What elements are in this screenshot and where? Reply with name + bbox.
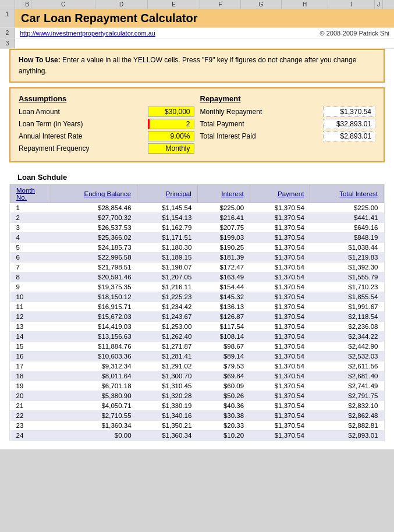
assumption-value-1[interactable]: 2 — [148, 119, 194, 129]
table-cell: $20.33 — [197, 421, 250, 431]
table-cell: $5,380.90 — [51, 391, 137, 401]
table-cell: $117.54 — [197, 322, 250, 332]
table-cell: $1,392.30 — [310, 263, 384, 272]
table-cell: $1,370.54 — [250, 431, 310, 441]
table-cell: $649.16 — [310, 223, 384, 233]
assumption-label-0: Loan Amount — [19, 108, 60, 116]
table-cell: $1,271.87 — [137, 342, 198, 352]
assumption-row-0: Loan Amount $30,000 — [19, 107, 194, 117]
table-cell: $16,915.71 — [51, 302, 137, 312]
table-cell: $1,370.54 — [250, 282, 310, 292]
assumption-value-2[interactable]: 9.00% — [148, 131, 194, 141]
table-cell: $1,350.21 — [137, 421, 198, 431]
table-cell: $9,312.34 — [51, 361, 137, 371]
table-cell: $27,700.32 — [51, 213, 137, 223]
table-cell: $2,236.08 — [310, 322, 384, 332]
table-row: 21$4,050.71$1,330.19$40.36$1,370.54$2,83… — [10, 401, 384, 411]
table-cell: $1,180.30 — [137, 243, 198, 253]
table-cell: $2,118.54 — [310, 312, 384, 322]
table-cell: $28,854.46 — [51, 203, 137, 213]
table-cell: $2,442.90 — [310, 342, 384, 352]
row-num-3: 3 — [0, 38, 15, 48]
copyright-text: © 2008-2009 Patrick Shi — [320, 30, 389, 37]
repayment-row-0: Monthly Repayment $1,370.54 — [200, 107, 376, 117]
howto-box: How To Use: Enter a value in all the YEL… — [9, 49, 385, 83]
table-cell: 23 — [10, 421, 51, 431]
repayment-value-0: $1,370.54 — [323, 107, 375, 117]
table-cell: $1,145.54 — [137, 203, 198, 213]
table-cell: $98.67 — [197, 342, 250, 352]
table-cell: $20,591.46 — [51, 272, 137, 282]
table-cell: $1,330.19 — [137, 401, 198, 411]
table-cell: $1,370.54 — [250, 292, 310, 302]
table-cell: $2,893.01 — [310, 431, 384, 441]
table-cell: $2,882.81 — [310, 421, 384, 431]
bottom-spacer — [0, 442, 394, 449]
table-cell: 1 — [10, 203, 51, 213]
table-cell: 5 — [10, 243, 51, 253]
table-cell: $1,225.23 — [137, 292, 198, 302]
row-num-1: 1 — [0, 9, 15, 27]
table-row: 15$11,884.76$1,271.87$98.67$1,370.54$2,4… — [10, 342, 384, 352]
table-cell: $89.14 — [197, 352, 250, 361]
table-cell: $126.87 — [197, 312, 250, 322]
table-cell: $1,253.00 — [137, 322, 198, 332]
schedule-header-row: Month No. Ending Balance Principal Inter… — [10, 185, 384, 203]
table-cell: $216.41 — [197, 213, 250, 223]
table-cell: $225.00 — [310, 203, 384, 213]
table-cell: 12 — [10, 312, 51, 322]
table-cell: $1,370.54 — [250, 332, 310, 342]
table-cell: $50.26 — [197, 391, 250, 401]
table-cell: $1,370.54 — [250, 381, 310, 391]
assumption-value-0[interactable]: $30,000 — [148, 107, 194, 117]
row-2: 2 http://www.investmentpropertycalculato… — [0, 28, 394, 38]
table-row: 7$21,798.51$1,198.07$172.47$1,370.54$1,3… — [10, 263, 384, 272]
col-A — [15, 0, 23, 9]
assumption-value-3[interactable]: Monthly — [148, 143, 194, 154]
row-4-5: How To Use: Enter a value in all the YEL… — [19, 55, 375, 77]
assumption-label-1: Loan Term (in Years) — [19, 120, 83, 128]
table-row: 19$6,701.18$1,310.45$60.09$1,370.54$2,74… — [10, 381, 384, 391]
repayment-label-1: Total Payment — [200, 120, 244, 128]
table-row: 16$10,603.36$1,281.41$89.14$1,370.54$2,5… — [10, 352, 384, 361]
table-cell: 17 — [10, 361, 51, 371]
table-row: 13$14,419.03$1,253.00$117.54$1,370.54$2,… — [10, 322, 384, 332]
table-cell: $40.36 — [197, 401, 250, 411]
schedule-table-wrapper: Month No. Ending Balance Principal Inter… — [9, 184, 385, 441]
table-cell: 4 — [10, 233, 51, 243]
table-cell: $2,532.03 — [310, 352, 384, 361]
table-cell: $154.44 — [197, 282, 250, 292]
col-D: D — [95, 0, 148, 9]
table-row: 8$20,591.46$1,207.05$163.49$1,370.54$1,5… — [10, 272, 384, 282]
table-cell: $1,710.23 — [310, 282, 384, 292]
table-row: 6$22,996.58$1,189.15$181.39$1,370.54$1,2… — [10, 253, 384, 263]
table-cell: $19,375.35 — [51, 282, 137, 292]
row-3: 3 — [0, 38, 394, 49]
url-link[interactable]: http://www.investmentpropertycalculator.… — [20, 30, 155, 37]
table-cell: $1,370.54 — [250, 243, 310, 253]
table-cell: $30.38 — [197, 411, 250, 421]
assumption-row-2: Annual Interest Rate 9.00% — [19, 131, 194, 141]
table-cell: $1,370.54 — [250, 253, 310, 263]
table-cell: $1,370.54 — [250, 302, 310, 312]
col-F: F — [200, 0, 241, 9]
table-cell: $1,370.54 — [250, 203, 310, 213]
col-header-total-interest: Total Interest — [310, 185, 384, 203]
table-row: 24$0.00$1,360.34$10.20$1,370.54$2,893.01 — [10, 431, 384, 441]
table-cell: $1,370.54 — [250, 272, 310, 282]
assumptions-section: Assumptions Loan Amount $30,000 Loan Ter… — [19, 94, 194, 155]
assumptions-grid: Assumptions Loan Amount $30,000 Loan Ter… — [19, 94, 375, 155]
table-cell: 22 — [10, 411, 51, 421]
col-G: G — [241, 0, 282, 9]
table-cell: $1,291.02 — [137, 361, 198, 371]
table-row: 3$26,537.53$1,162.79$207.75$1,370.54$649… — [10, 223, 384, 233]
url-row: http://www.investmentpropertycalculator.… — [15, 28, 394, 38]
table-row: 10$18,150.12$1,225.23$145.32$1,370.54$1,… — [10, 292, 384, 302]
table-cell: $181.39 — [197, 253, 250, 263]
table-cell: $1,171.51 — [137, 233, 198, 243]
table-cell: 16 — [10, 352, 51, 361]
spacer-6 — [0, 83, 394, 87]
page-title: Car Loan Repayment Calculator — [21, 12, 197, 25]
repayment-row-2: Total Interest Paid $2,893.01 — [200, 131, 376, 141]
table-cell: $1,370.54 — [250, 361, 310, 371]
